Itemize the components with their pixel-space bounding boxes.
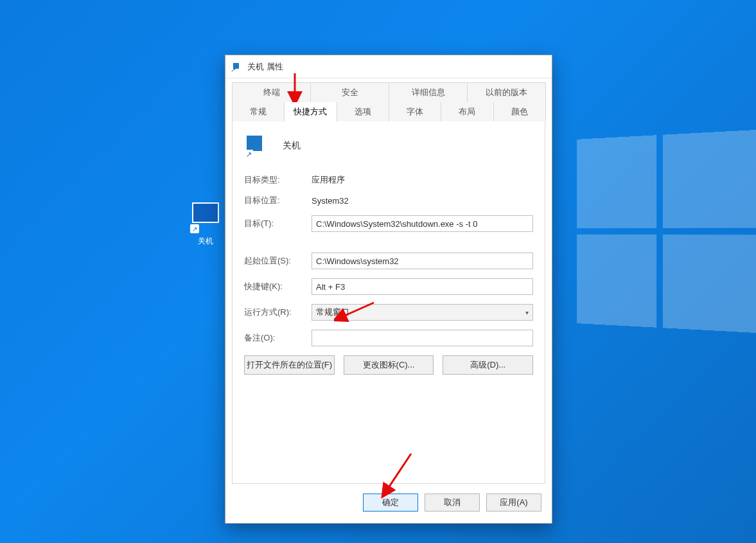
window-title: 关机 属性: [247, 61, 283, 73]
run-mode-select[interactable]: 常规窗口 ▾: [312, 304, 533, 321]
comment-input[interactable]: [312, 330, 533, 346]
tab-details[interactable]: 详细信息: [389, 82, 468, 102]
label-shortcut-key: 快捷键(K):: [244, 281, 312, 292]
apply-button[interactable]: 应用(A): [486, 494, 541, 512]
tab-font[interactable]: 字体: [389, 102, 441, 121]
shortcut-large-icon: ↗: [244, 133, 270, 159]
tab-previous[interactable]: 以前的版本: [467, 82, 546, 102]
shortcut-icon: [232, 62, 242, 72]
label-target-type: 目标类型:: [244, 174, 312, 186]
shortcut-icon: ↗: [190, 202, 221, 233]
tab-terminal[interactable]: 终端: [232, 82, 311, 102]
tab-color[interactable]: 颜色: [493, 102, 546, 121]
desktop-shortcut-shutdown[interactable]: ↗ 关机: [183, 202, 228, 247]
tab-general[interactable]: 常规: [232, 102, 285, 121]
value-target-location: System32: [312, 196, 533, 206]
windows-logo-decor: [570, 130, 756, 333]
label-target: 目标(T):: [244, 218, 312, 229]
tab-options[interactable]: 选项: [337, 102, 389, 121]
target-input[interactable]: [312, 215, 533, 232]
chevron-down-icon: ▾: [525, 309, 529, 316]
tab-shortcut[interactable]: 快捷方式: [284, 102, 337, 122]
shortcut-key-input[interactable]: [312, 278, 533, 295]
shortcut-label: 关机: [183, 236, 228, 247]
ok-button[interactable]: 确定: [363, 494, 418, 512]
shortcut-name: 关机: [283, 140, 301, 152]
cancel-button[interactable]: 取消: [425, 494, 480, 512]
tab-layout[interactable]: 布局: [441, 102, 493, 121]
value-target-type: 应用程序: [312, 174, 533, 186]
run-mode-value: 常规窗口: [316, 307, 349, 318]
titlebar[interactable]: 关机 属性: [225, 55, 552, 78]
change-icon-button[interactable]: 更改图标(C)...: [344, 355, 434, 375]
tab-security[interactable]: 安全: [310, 82, 389, 102]
desktop: ↗ 关机 关机 属性 终端 安全 详细信息 以前的版本 常规 快捷方式 选项 字…: [0, 0, 756, 543]
properties-dialog: 关机 属性 终端 安全 详细信息 以前的版本 常规 快捷方式 选项 字体 布局 …: [225, 55, 552, 524]
tab-panel-shortcut: ↗ 关机 目标类型: 应用程序 目标位置: System32 目标(T): 起始…: [232, 121, 545, 484]
label-start-in: 起始位置(S):: [244, 255, 312, 267]
label-run: 运行方式(R):: [244, 307, 312, 318]
label-comment: 备注(O):: [244, 332, 312, 344]
advanced-button[interactable]: 高级(D)...: [443, 355, 533, 375]
start-in-input[interactable]: [312, 253, 533, 269]
open-file-location-button[interactable]: 打开文件所在的位置(F): [244, 355, 335, 375]
label-target-location: 目标位置:: [244, 195, 312, 206]
